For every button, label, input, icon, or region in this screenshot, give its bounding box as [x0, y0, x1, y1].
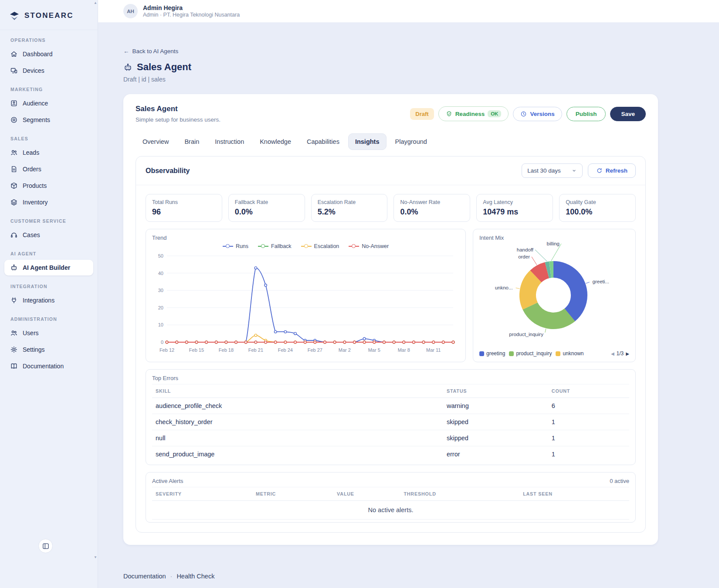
agent-icon — [123, 63, 132, 72]
tab-capabilities[interactable]: Capabilities — [300, 133, 346, 150]
docs-icon — [10, 362, 18, 370]
nav-section-label-marketing: MARKETING — [0, 79, 98, 95]
table-header-row: SEVERITYMETRICVALUETHRESHOLDLAST SEEN — [152, 487, 629, 501]
table-cell: 6 — [548, 398, 629, 414]
top-errors-title: Top Errors — [152, 375, 629, 381]
sidebar-item-products[interactable]: Products — [4, 178, 93, 194]
table-header-row: SKILLSTATUSCOUNT — [152, 384, 629, 398]
legend-prev-icon[interactable]: ◀ — [611, 351, 614, 356]
intent-mix-donut-chart: greeti...product_inquiryunkno...orderhan… — [479, 241, 629, 344]
page-subtitle: Draft | id | sales — [123, 76, 719, 83]
legend-item-escalation[interactable]: Escalation — [301, 243, 339, 249]
publish-button[interactable]: Publish — [566, 107, 606, 121]
sidebar-item-label: Cases — [23, 231, 40, 238]
date-range-select[interactable]: Last 30 days — [522, 163, 583, 178]
sidebar-item-devices[interactable]: Devices — [4, 63, 93, 78]
svg-text:10: 10 — [158, 322, 163, 327]
active-alerts-table: SEVERITYMETRICVALUETHRESHOLDLAST SEENNo … — [152, 487, 629, 520]
table-cell: send_product_image — [152, 446, 443, 462]
table-cell: skipped — [443, 414, 548, 430]
metric-value: 100.0% — [566, 207, 629, 217]
sidebar-item-label: Leads — [23, 149, 39, 156]
sidebar-item-label: Devices — [23, 67, 44, 74]
sidebar-item-segments[interactable]: Segments — [4, 112, 93, 128]
sidebar-item-leads[interactable]: Leads — [4, 145, 93, 160]
footer: Documentation · Health Check — [123, 573, 719, 588]
tab-overview[interactable]: Overview — [136, 133, 176, 150]
refresh-icon — [596, 167, 603, 174]
tab-insights[interactable]: Insights — [348, 133, 387, 150]
footer-link-documentation[interactable]: Documentation — [123, 573, 166, 580]
leads-icon — [10, 149, 18, 156]
versions-button[interactable]: Versions — [513, 107, 562, 121]
legend-item-runs[interactable]: Runs — [223, 243, 248, 249]
chevron-down-icon — [571, 168, 577, 173]
sidebar-item-audience[interactable]: Audience — [4, 95, 93, 111]
tab-instruction[interactable]: Instruction — [208, 133, 251, 150]
metric-card-total-runs: Total Runs96 — [146, 194, 222, 222]
metric-value: 96 — [152, 207, 216, 217]
charts-row: Trend RunsFallbackEscalationNo-Answer 01… — [136, 222, 645, 362]
agent-card-title: Sales Agent — [136, 105, 220, 113]
sidebar-item-label: Integrations — [23, 297, 54, 304]
table-cell: 1 — [548, 446, 629, 462]
trend-line-chart: 01020304050Feb 12Feb 15Feb 18Feb 21Feb 2… — [152, 251, 459, 354]
inventory-icon — [10, 198, 18, 206]
svg-text:50: 50 — [158, 253, 163, 258]
svg-text:Mar 5: Mar 5 — [368, 347, 380, 353]
readiness-button[interactable]: Readiness OK — [438, 106, 509, 121]
observability-panel: Observability Last 30 days Refresh — [136, 156, 646, 533]
sidebar-item-label: Inventory — [23, 199, 48, 206]
back-link[interactable]: ←Back to AI Agents — [123, 48, 178, 54]
sidebar-item-settings[interactable]: Settings — [4, 342, 93, 357]
legend-swatch — [479, 351, 484, 356]
content: ←Back to AI Agents Sales Agent Draft | i… — [98, 23, 719, 588]
refresh-button[interactable]: Refresh — [588, 163, 636, 178]
sidebar-item-label: Users — [23, 330, 39, 336]
legend-marker — [223, 244, 233, 248]
sidebar-item-documentation[interactable]: Documentation — [4, 358, 93, 374]
sidebar-collapse-button[interactable] — [38, 539, 53, 553]
legend-swatch — [556, 351, 560, 356]
legend-swatch — [509, 351, 514, 356]
sidebar-scrollbar-up-icon[interactable]: ▲ — [94, 1, 97, 5]
devices-icon — [10, 67, 18, 75]
sidebar-item-label: Segments — [23, 116, 50, 123]
donut-legend-item-greeting[interactable]: greeting — [479, 350, 505, 357]
sidebar-item-orders[interactable]: Orders — [4, 161, 93, 177]
tab-knowledge[interactable]: Knowledge — [253, 133, 298, 150]
tab-playground[interactable]: Playground — [388, 133, 434, 150]
svg-text:Feb 24: Feb 24 — [278, 347, 293, 353]
trend-chart: 01020304050Feb 12Feb 15Feb 18Feb 21Feb 2… — [152, 251, 459, 356]
footer-link-health-check[interactable]: Health Check — [176, 573, 214, 580]
trend-chart-card: Trend RunsFallbackEscalationNo-Answer 01… — [146, 229, 466, 362]
save-button[interactable]: Save — [610, 107, 646, 121]
legend-item-fallback[interactable]: Fallback — [258, 243, 292, 249]
sidebar-item-label: AI Agent Builder — [23, 264, 70, 271]
agent-card-header: Sales Agent Simple setup for business us… — [136, 105, 646, 123]
sidebar-item-inventory[interactable]: Inventory — [4, 194, 93, 210]
active-alerts-header: Active Alerts 0 active — [152, 478, 629, 484]
metric-label: Total Runs — [152, 199, 216, 205]
avatar[interactable]: AH — [123, 4, 138, 18]
active-alerts-card: Active Alerts 0 active SEVERITYMETRICVAL… — [146, 472, 636, 523]
sidebar-item-integrations[interactable]: Integrations — [4, 292, 93, 308]
table-cell: null — [152, 430, 443, 446]
sidebar-item-users[interactable]: Users — [4, 325, 93, 341]
tab-brain[interactable]: Brain — [177, 133, 206, 150]
sidebar-item-dashboard[interactable]: Dashboard — [4, 46, 93, 62]
donut-legend-item-product-inquiry[interactable]: product_inquiry — [509, 350, 552, 357]
intent-mix-card: Intent Mix greeti...product_inquiryunkno… — [473, 229, 636, 362]
svg-text:Mar 8: Mar 8 — [398, 347, 410, 353]
users-icon — [10, 329, 18, 337]
sidebar-scrollbar-down-icon[interactable]: ▼ — [94, 556, 97, 559]
sidebar-item-label: Documentation — [23, 363, 64, 370]
nav-section-label-ai-agent: AI AGENT — [0, 244, 98, 259]
sidebar-item-cases[interactable]: Cases — [4, 227, 93, 243]
sidebar-item-ai-agent-builder[interactable]: AI Agent Builder — [4, 260, 93, 275]
user-name: Admin Hegira — [143, 4, 240, 11]
legend-item-no-answer[interactable]: No-Answer — [349, 243, 389, 249]
donut-legend-item-unknown[interactable]: unknown — [556, 350, 583, 357]
legend-next-icon[interactable]: ▶ — [626, 351, 629, 356]
brand-logo[interactable]: STONEARC — [0, 0, 98, 30]
